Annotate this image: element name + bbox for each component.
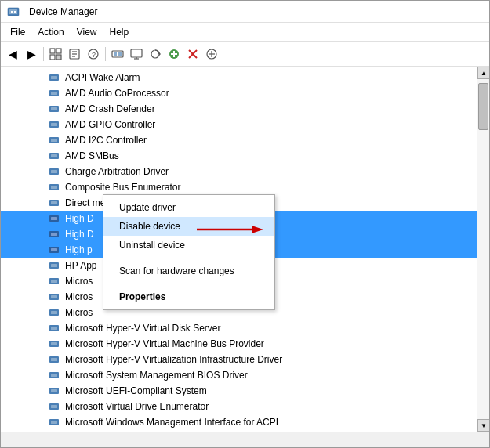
device-label: Micros <box>65 291 93 302</box>
svg-rect-7 <box>56 55 61 60</box>
svg-rect-33 <box>51 92 57 95</box>
svg-rect-1 <box>9 9 17 14</box>
svg-rect-41 <box>51 154 57 157</box>
update-button[interactable] <box>203 45 220 63</box>
svg-marker-21 <box>159 52 161 56</box>
context-menu-scan-hardware[interactable]: Scan for hardware changes <box>103 262 274 280</box>
arrow-indicator <box>193 222 263 239</box>
display-button[interactable] <box>128 45 145 63</box>
list-item[interactable]: Microsoft Hyper-V Virtual Disk Server <box>1 320 477 336</box>
menu-action[interactable]: Action <box>31 25 70 39</box>
device-label: AMD Crash Defender <box>65 103 155 114</box>
svg-rect-75 <box>51 421 57 424</box>
scrollbar[interactable]: ▲ ▼ <box>477 67 489 432</box>
scrollbar-thumb[interactable] <box>478 83 488 130</box>
svg-rect-59 <box>51 295 57 298</box>
svg-rect-6 <box>50 55 55 60</box>
scrollbar-track[interactable] <box>477 79 489 419</box>
context-menu-separator-1 <box>103 258 274 258</box>
svg-rect-61 <box>51 311 57 314</box>
device-icon <box>48 134 60 146</box>
svg-rect-71 <box>51 389 57 392</box>
device-icon <box>48 244 60 256</box>
list-item[interactable]: Microsoft System Management BIOS Driver <box>1 367 477 383</box>
device-label: Microsoft Virtual Drive Enumerator <box>65 401 209 412</box>
device-label: High p <box>65 244 93 255</box>
toolbar-separator-1 <box>43 47 44 61</box>
device-icon <box>48 212 60 225</box>
device-label: Microsoft Hyper-V Virtualization Infrast… <box>65 354 282 365</box>
device-label: AMD Audio CoProcessor <box>65 88 169 99</box>
help-button[interactable]: ? <box>85 45 102 63</box>
device-label: Microsoft UEFI-Compliant System <box>65 385 207 396</box>
add-button[interactable] <box>165 45 183 63</box>
svg-rect-4 <box>50 49 55 53</box>
device-icon <box>48 385 60 397</box>
list-item[interactable]: ACPI Wake Alarm <box>1 70 477 85</box>
device-label: Micros <box>65 307 93 318</box>
device-icon <box>48 400 60 413</box>
driver-button[interactable] <box>109 45 126 63</box>
properties-button[interactable] <box>66 45 83 63</box>
svg-rect-55 <box>51 264 57 267</box>
scroll-down-button[interactable]: ▼ <box>477 419 489 432</box>
device-label: HP App <box>65 260 96 271</box>
list-item[interactable]: Composite Bus Enumerator <box>1 179 477 195</box>
remove-button[interactable] <box>184 45 201 63</box>
svg-rect-16 <box>118 52 122 56</box>
menu-bar: File Action View Help <box>1 23 489 42</box>
device-label: AMD GPIO Controller <box>65 119 155 130</box>
device-label: Microsoft Hyper-V Virtual Machine Bus Pr… <box>65 338 264 349</box>
list-item[interactable]: Microsoft Hyper-V Virtual Machine Bus Pr… <box>1 336 477 352</box>
device-label: Microsoft System Management BIOS Driver <box>65 370 248 381</box>
forward-button[interactable]: ▶ <box>23 45 40 63</box>
list-item[interactable]: Microsoft Virtual Drive Enumerator <box>1 399 477 414</box>
menu-file[interactable]: File <box>4 25 31 39</box>
svg-marker-83 <box>252 226 263 233</box>
svg-rect-45 <box>51 186 57 189</box>
list-item[interactable]: NDIS Virtual Network Adapter Enumerator <box>1 430 477 432</box>
svg-rect-39 <box>51 139 57 142</box>
device-label: Microsoft Windows Management Interface f… <box>65 417 278 428</box>
list-item[interactable]: AMD Crash Defender <box>1 101 477 117</box>
device-icon <box>48 118 60 131</box>
svg-rect-35 <box>51 107 57 110</box>
back-button[interactable]: ◀ <box>4 45 21 63</box>
svg-rect-37 <box>51 123 57 126</box>
list-item[interactable]: AMD GPIO Controller <box>1 117 477 132</box>
scroll-up-button[interactable]: ▲ <box>477 67 489 79</box>
scan-button[interactable] <box>147 45 164 63</box>
list-item[interactable]: AMD Audio CoProcessor <box>1 85 477 101</box>
list-item[interactable]: AMD SMBus <box>1 148 477 164</box>
device-label: Micros <box>65 276 93 287</box>
menu-view[interactable]: View <box>71 25 103 39</box>
device-label: Microsoft Hyper-V Virtual Disk Server <box>65 323 221 334</box>
list-item[interactable]: Microsoft Hyper-V Virtualization Infrast… <box>1 352 477 367</box>
device-label: Composite Bus Enumerator <box>65 182 180 193</box>
device-icon <box>48 228 60 240</box>
svg-rect-15 <box>114 52 117 56</box>
device-label: AMD I2C Controller <box>65 135 147 146</box>
list-item[interactable]: AMD I2C Controller <box>1 132 477 148</box>
svg-rect-49 <box>51 217 57 220</box>
menu-help[interactable]: Help <box>103 25 136 39</box>
list-item[interactable]: Charge Arbitration Driver <box>1 164 477 179</box>
toolbar: ◀ ▶ ? <box>1 42 489 67</box>
show-hide-button[interactable] <box>47 45 64 63</box>
svg-rect-57 <box>51 280 57 283</box>
list-item[interactable]: Microsoft UEFI-Compliant System <box>1 383 477 399</box>
device-icon <box>48 369 60 381</box>
device-label: High D <box>65 229 94 240</box>
device-label: High D <box>65 213 94 224</box>
context-menu-update-driver[interactable]: Update driver <box>103 198 274 217</box>
svg-rect-67 <box>51 358 57 361</box>
content-area: ACPI Wake Alarm AMD Audio CoProcessor AM… <box>1 67 489 432</box>
svg-rect-43 <box>51 170 57 173</box>
svg-rect-51 <box>51 233 57 236</box>
context-menu: Update driver Disable device Uninstall d… <box>103 194 275 310</box>
device-icon <box>48 416 60 428</box>
list-item[interactable]: Microsoft Windows Management Interface f… <box>1 414 477 430</box>
toolbar-separator-2 <box>105 47 106 61</box>
svg-rect-73 <box>51 405 57 408</box>
context-menu-properties[interactable]: Properties <box>103 287 274 306</box>
